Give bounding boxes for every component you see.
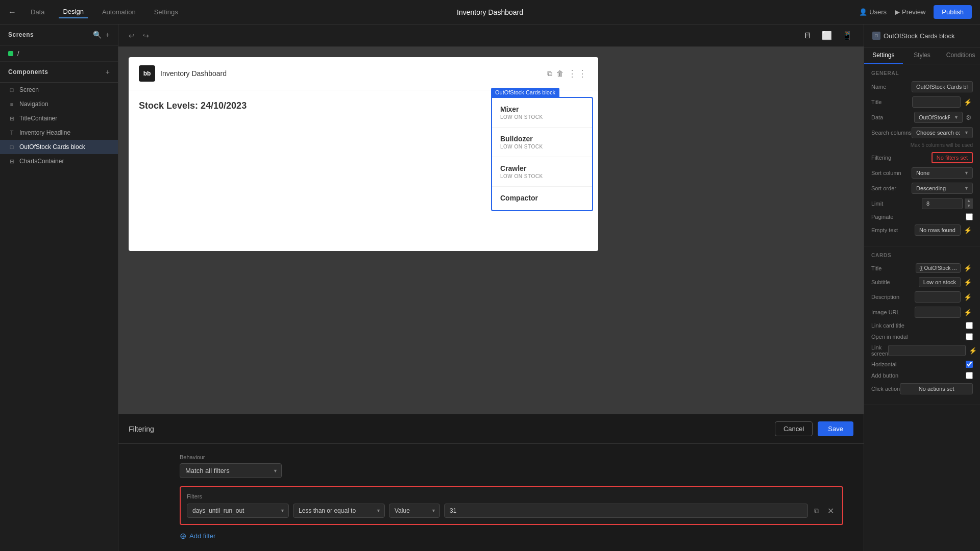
image-url-input[interactable]: [915, 307, 961, 318]
link-screen-row: Link screen ⚡ ∨: [871, 344, 973, 357]
tab-automation[interactable]: Automation: [98, 6, 140, 18]
limit-spinners: ▲ ▼: [965, 198, 973, 209]
image-url-lightning[interactable]: ⚡: [963, 308, 973, 317]
empty-text-row: Empty text ⚡: [871, 224, 973, 236]
card-subtitle-row: Subtitle Low on stock ⚡: [871, 277, 973, 287]
description-input[interactable]: [915, 291, 961, 303]
paginate-checkbox[interactable]: [966, 213, 973, 220]
canvas-copy-button[interactable]: ⧉: [547, 69, 552, 78]
redo-button[interactable]: ↪: [141, 30, 151, 42]
limit-row: Limit ▲ ▼: [871, 198, 973, 209]
sidebar-actions: 🔍 +: [93, 31, 110, 39]
add-component-button[interactable]: +: [106, 68, 110, 76]
image-url-label: Image URL: [871, 309, 900, 315]
filter-value-input[interactable]: [444, 504, 808, 518]
components-header: Components +: [0, 62, 118, 83]
empty-text-group: ⚡: [915, 224, 973, 236]
filtering-value[interactable]: No filters set: [932, 152, 973, 163]
tab-data[interactable]: Data: [27, 6, 48, 18]
back-button[interactable]: ←: [8, 8, 16, 17]
filter-copy-button[interactable]: ⧉: [812, 505, 821, 517]
sort-order-select[interactable]: Descending: [912, 183, 973, 194]
limit-input[interactable]: [922, 198, 963, 209]
filtering-title: Filtering: [129, 425, 154, 433]
card-title-lightning[interactable]: ⚡: [963, 263, 973, 273]
undo-button[interactable]: ↩: [127, 30, 137, 42]
component-item-screen[interactable]: □ Screen: [0, 83, 118, 97]
behaviour-section: Behaviour Match all filters Match any fi…: [180, 454, 843, 478]
empty-text-lightning[interactable]: ⚡: [963, 226, 973, 235]
sort-order-wrapper: Descending: [912, 183, 973, 194]
component-item-titlecontainer[interactable]: ⊞ TitleContainer: [0, 111, 118, 126]
preview-button[interactable]: ▶ Preview: [895, 8, 925, 16]
card-subtitle-lightning[interactable]: ⚡: [963, 278, 973, 287]
component-item-navigation[interactable]: ≡ Navigation: [0, 97, 118, 111]
link-screen-lightning[interactable]: ⚡: [968, 346, 978, 356]
desktop-view-button[interactable]: 🖥: [800, 29, 815, 42]
data-select[interactable]: OutOfStockPr...: [914, 112, 963, 123]
data-row: Data OutOfStockPr... ⚙: [871, 112, 973, 123]
sort-column-select[interactable]: None: [912, 167, 973, 179]
save-button[interactable]: Save: [818, 421, 853, 436]
card-item-bulldozer[interactable]: Bulldozer LOW ON STOCK: [492, 128, 592, 157]
search-icon[interactable]: 🔍: [93, 31, 102, 39]
filter-operator-select[interactable]: Less than or equal to: [293, 504, 385, 518]
data-label: Data: [871, 114, 883, 120]
component-item-chartscontainer[interactable]: ⊞ ChartsContainer: [0, 154, 118, 168]
add-button-label: Add button: [871, 372, 898, 379]
name-row: Name: [871, 81, 973, 92]
canvas-delete-button[interactable]: 🗑: [556, 69, 564, 78]
component-item-headline[interactable]: T Inventory Headline: [0, 126, 118, 140]
add-filter-label: Add filter: [189, 532, 215, 540]
limit-input-group: ▲ ▼: [922, 198, 973, 209]
tab-settings[interactable]: Settings: [150, 6, 182, 18]
add-button-checkbox[interactable]: [966, 372, 973, 379]
filter-type-select[interactable]: Value: [389, 504, 440, 518]
search-columns-row: Search columns Choose search col...: [871, 127, 973, 138]
canvas-header: bb Inventory Dashboard ⧉ 🗑 ⋮⋮: [129, 57, 598, 90]
users-button[interactable]: 👤 Users: [859, 8, 887, 16]
click-action-value[interactable]: No actions set: [900, 383, 973, 394]
cancel-button[interactable]: Cancel: [775, 421, 813, 436]
toolbar-right: 🖥 ⬜ 📱: [800, 29, 855, 42]
component-item-outofstock[interactable]: □ OutOfStock Cards block: [0, 140, 118, 154]
limit-increment[interactable]: ▲: [965, 198, 973, 204]
screen-item-root[interactable]: /: [0, 45, 118, 62]
link-card-title-checkbox[interactable]: [966, 322, 973, 329]
sort-order-row: Sort order Descending: [871, 183, 973, 194]
limit-decrement[interactable]: ▼: [965, 204, 973, 209]
card-sub-bulldozer: LOW ON STOCK: [500, 144, 584, 149]
horizontal-checkbox[interactable]: [966, 361, 973, 368]
description-lightning[interactable]: ⚡: [963, 292, 973, 302]
open-in-modal-checkbox[interactable]: [966, 333, 973, 340]
add-filter-button[interactable]: ⊕ Add filter: [180, 531, 215, 541]
tablet-view-button[interactable]: ⬜: [819, 29, 835, 42]
open-in-modal-label: Open in modal: [871, 334, 908, 340]
title-input[interactable]: [912, 96, 961, 108]
publish-button[interactable]: Publish: [934, 5, 972, 19]
name-input[interactable]: [912, 81, 973, 92]
card-item-mixer[interactable]: Mixer LOW ON STOCK: [492, 98, 592, 128]
behaviour-select[interactable]: Match all filters Match any filter: [180, 463, 282, 478]
filter-remove-button[interactable]: ✕: [825, 504, 836, 518]
horizontal-label: Horizontal: [871, 361, 897, 367]
card-item-compactor[interactable]: Compactor: [492, 187, 592, 210]
filter-field-select[interactable]: days_until_run_out: [187, 504, 289, 518]
filter-operator-wrapper: Less than or equal to: [293, 504, 385, 518]
tab-settings[interactable]: Settings: [864, 47, 903, 64]
link-screen-input[interactable]: [888, 345, 966, 356]
empty-text-input[interactable]: [915, 224, 961, 236]
tab-styles[interactable]: Styles: [903, 47, 942, 64]
data-settings-button[interactable]: ⚙: [965, 113, 973, 122]
filter-row: days_until_run_out Less than or equal to…: [187, 504, 836, 518]
tab-design[interactable]: Design: [59, 6, 87, 18]
filters-section: Filters days_until_run_out Less than or …: [180, 486, 843, 525]
title-lightning-button[interactable]: ⚡: [963, 97, 973, 107]
card-item-crawler[interactable]: Crawler LOW ON STOCK: [492, 157, 592, 187]
open-in-modal-row: Open in modal: [871, 333, 973, 340]
description-row: Description ⚡: [871, 291, 973, 303]
search-columns-select[interactable]: Choose search col...: [912, 127, 973, 138]
add-screen-button[interactable]: +: [106, 31, 110, 39]
mobile-view-button[interactable]: 📱: [839, 29, 855, 42]
tab-conditions[interactable]: Conditions: [941, 47, 980, 64]
